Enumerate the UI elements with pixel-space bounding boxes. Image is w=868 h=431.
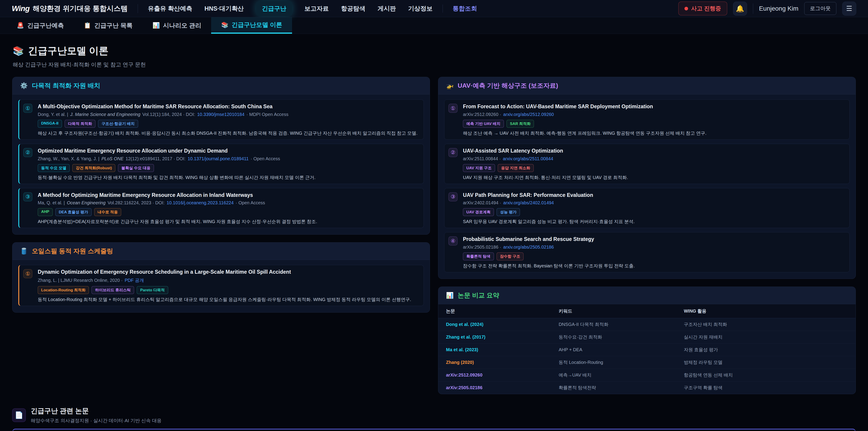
paper-number-badge: ③ — [23, 192, 32, 202]
tag: DEA 효율성 평가 — [55, 208, 92, 216]
tag-list: 동적 수요 모델 강건 최적화(Robust) 불확실 수요 대응 — [38, 164, 418, 172]
nav-item-hns-diffusion[interactable]: HNS·대기확산 — [205, 4, 244, 13]
app-logo[interactable]: Wing 해양환경 위기대응 통합시스템 — [12, 4, 128, 13]
paper-title: UAV-Assisted SAR Latency Optimization — [463, 148, 844, 154]
paper-number-badge: ② — [23, 148, 32, 157]
keyword-cell: 예측→UAV 배치 — [551, 369, 676, 381]
nav-item-board[interactable]: 게시판 — [378, 4, 396, 13]
paper-number-badge: ① — [448, 104, 458, 113]
paper-number-badge: ① — [23, 104, 32, 113]
paper-description: 잠수함 구조 전략 확률론적 최적화. Bayesian 탐색 이론 기반 구조… — [463, 263, 844, 269]
nav-item-reports[interactable]: 보고자료 — [305, 4, 329, 13]
section-uav-forecast-rescue: 🚁 UAV·예측 기반 해상구조 (보조자료) ① From Forecast … — [438, 77, 856, 279]
table-row: arXiv:2505.02186 확률론적 탐색전략 구조구역 확률 탐색 — [438, 381, 856, 394]
tag-list: UAV 지원 구조 응답 지연 최소화 — [463, 164, 844, 172]
wing-usage-cell: 방제정 라우팅 모델 — [676, 356, 856, 369]
tab-rescue-list[interactable]: 📋 긴급구난 목록 — [74, 17, 143, 34]
paper-arxiv-id: arXiv:2511.00844 · — [463, 156, 501, 161]
paper-name-link[interactable]: Zhang et al. (2017) — [446, 335, 486, 339]
paper-card: ③ A Method for Optimizing Maritime Emerg… — [18, 188, 424, 228]
paper-doi-link[interactable]: 10.1371/journal.pone.0189411 — [188, 156, 249, 161]
tag-list: Location-Routing 최적화 하이브리드 휴리스틱 Pareto 다… — [38, 286, 418, 294]
nav-item-emergency-rescue[interactable]: 긴급구난 — [256, 1, 292, 16]
paper-arxiv-link[interactable]: arxiv.org/abs/2402.01494 — [503, 200, 554, 205]
paper-description: 해상 사고 후 구조자원(구조선·항공기) 배치 최적화. 비용·응답시간 동시… — [38, 130, 418, 136]
tag: Location-Routing 최적화 — [38, 286, 89, 294]
keyword-cell: DNSGA-II 다목적 최적화 — [551, 318, 676, 331]
paper-name-link[interactable]: Ma et al. (2023) — [446, 347, 478, 352]
paper-doi-link[interactable]: 10.3390/jmse12010184 — [197, 112, 244, 117]
wing-usage-cell: 구조자산 배치 최적화 — [676, 318, 856, 331]
tab-rescue-model-theory[interactable]: 📚 긴급구난모델 이론 — [211, 17, 292, 34]
section-body: ① Dynamic Optimization of Emergency Reso… — [12, 260, 430, 312]
tag: 응답 지연 최소화 — [498, 164, 533, 172]
paper-journal: Ocean Engineering — [67, 200, 105, 205]
paper-name-link[interactable]: Zhang (2020) — [446, 360, 474, 365]
tag: 예측 기반 UAV 배치 — [463, 120, 504, 128]
paper-card: ② UAV-Assisted SAR Latency Optimization … — [444, 144, 850, 184]
paper-meta: Zhang, L. | LJMU Research Online, 2020 ·… — [38, 277, 418, 283]
page-heading: 📚 긴급구난모델 이론 해상 긴급구난 자원 배치·최적화 이론 및 참고 연구… — [0, 34, 868, 70]
right-column: 🚁 UAV·예측 기반 해상구조 (보조자료) ① From Forecast … — [438, 77, 856, 402]
tag-list: UAV 경로계획 성능 평가 — [463, 208, 844, 216]
section-title: 다목적 최적화 자원 배치 — [32, 81, 100, 90]
nav-item-aerial-search[interactable]: 항공탐색 — [341, 4, 366, 13]
incident-status-badge[interactable]: 사고 진행중 — [678, 2, 727, 16]
column-header-keyword: 키워드 — [551, 304, 676, 318]
tab-rescue-forecast[interactable]: 🚨 긴급구난예측 — [7, 17, 74, 34]
hamburger-menu-button[interactable]: ☰ — [842, 2, 856, 16]
comparison-table: 논문 키워드 WING 활용 Dong et al. (2024) DNSGA-… — [438, 304, 856, 394]
tag: 구조선·항공기 배치 — [98, 120, 138, 128]
paper-number-badge: ② — [448, 148, 458, 157]
paper-name-link[interactable]: arXiv:2505.02186 — [446, 385, 483, 390]
siren-icon: 🚨 — [17, 22, 24, 29]
keyword-cell: AHP + DEA — [551, 343, 676, 356]
paper-authors: Zhang, L. | LJMU Research Online, 2020 · — [38, 278, 123, 283]
page-title: 📚 긴급구난모델 이론 — [13, 44, 855, 57]
sub-tabbar: 🚨 긴급구난예측 📋 긴급구난 목록 📊 시나리오 관리 📚 긴급구난모델 이론 — [0, 17, 868, 34]
books-icon: 📚 — [221, 22, 228, 29]
paper-arxiv-link[interactable]: arxiv.org/abs/2511.00844 — [503, 156, 553, 161]
logo-mark: Wing — [12, 4, 30, 13]
paper-detail: 12(12):e0189411, 2017 · DOI: — [126, 156, 186, 161]
tag-list: DNSGA-II 다목적 최적화 구조선·항공기 배치 — [38, 120, 418, 128]
table-row: Dong et al. (2024) DNSGA-II 다목적 최적화 구조자산… — [438, 318, 856, 331]
logout-button[interactable]: 로그아웃 — [804, 2, 836, 15]
paper-pdf-link[interactable]: PDF 공개 — [125, 278, 144, 283]
table-header-row: 논문 키워드 WING 활용 — [438, 304, 856, 318]
tag: 동적 수요 모델 — [38, 164, 70, 172]
wing-usage-cell: 항공탐색 연동 선제 배치 — [676, 369, 856, 381]
nav-item-integrated-search[interactable]: 통합조회 — [442, 4, 477, 13]
table-row: arXiv:2512.09260 예측→UAV 배치 항공탐색 연동 선제 배치 — [438, 369, 856, 381]
wing-usage-cell: 실시간 자원 재배치 — [676, 331, 856, 343]
keyword-cell: 동적수요·강건 최적화 — [551, 331, 676, 343]
tab-scenario-management[interactable]: 📊 시나리오 관리 — [143, 17, 211, 34]
tag: UAV 경로계획 — [463, 208, 494, 216]
notification-bell-button[interactable]: 🔔 — [733, 2, 747, 16]
tag-list: AHP DEA 효율성 평가 내수로 적용 — [38, 208, 418, 216]
paper-name-link[interactable]: Dong et al. (2024) — [446, 322, 484, 327]
paper-access: · MDPI Open Access — [246, 112, 288, 117]
paper-description: UAV 지원 해상 구조 처리·지연 최적화. 통신·처리 지연 모델링 및 U… — [463, 174, 844, 181]
paper-number-badge: ③ — [448, 192, 458, 202]
tag: 잠수함 구조 — [497, 252, 524, 260]
tab-label: 긴급구난 목록 — [94, 22, 133, 30]
tag: 확률론적 탐색 — [463, 252, 494, 260]
paper-arxiv-id: arXiv:2505.02186 · — [463, 245, 501, 249]
paper-doi-link[interactable]: 10.1016/j.oceaneng.2023.116224 — [166, 200, 234, 205]
tag: 성능 평가 — [497, 208, 520, 216]
section-header: ⚙️ 다목적 최적화 자원 배치 — [12, 77, 430, 94]
nav-item-weather[interactable]: 기상정보 — [408, 4, 433, 13]
paper-name-link[interactable]: arXiv:2512.09260 — [446, 372, 483, 377]
paper-title: From Forecast to Action: UAV-Based Marit… — [463, 103, 844, 110]
paper-card: ① A Multi-Objective Optimization Method … — [18, 99, 424, 140]
tag: AHP — [38, 208, 53, 216]
oil-barrel-icon: 🛢️ — [20, 247, 28, 255]
nav-item-oil-spill-forecast[interactable]: 유출유 확산예측 — [148, 4, 192, 13]
keyword-cell: 확률론적 탐색전략 — [551, 381, 676, 394]
related-papers-title: 긴급구난 관련 논문 — [31, 406, 162, 415]
paper-arxiv-link[interactable]: arxiv.org/abs/2512.09260 — [503, 112, 554, 117]
clipboard-icon: 📋 — [84, 22, 91, 29]
column-header-paper: 논문 — [438, 304, 551, 318]
paper-arxiv-link[interactable]: arxiv.org/abs/2505.02186 — [503, 245, 554, 249]
